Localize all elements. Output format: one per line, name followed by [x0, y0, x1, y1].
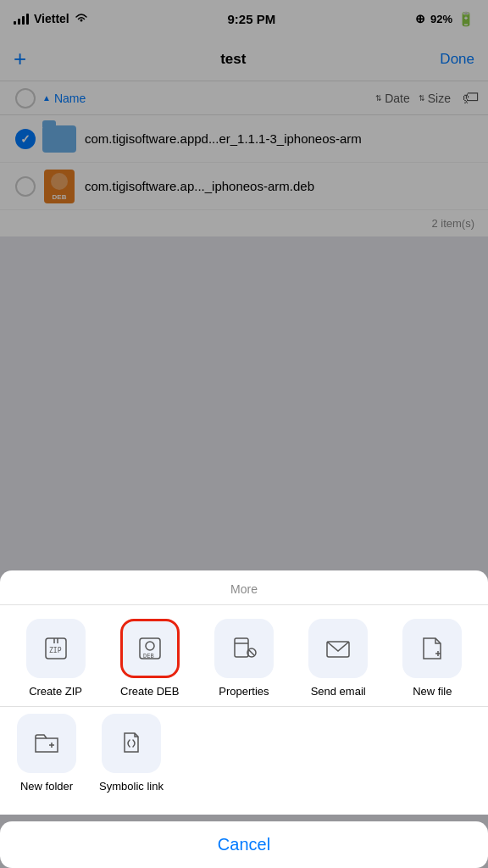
cancel-sheet: Cancel — [0, 821, 488, 868]
send-email-icon-box — [308, 619, 368, 678]
properties-icon-box — [214, 619, 274, 678]
send-email-label: Send email — [311, 685, 366, 699]
svg-text:ZIP: ZIP — [49, 647, 62, 654]
symbolic-link-label: Symbolic link — [99, 780, 164, 794]
action-symbolic-link[interactable]: Symbolic link — [93, 714, 169, 794]
action-send-email[interactable]: Send email — [300, 619, 376, 699]
action-new-file[interactable]: New file — [394, 619, 470, 699]
bottom-sheet: More ZIP Create ZIP — [0, 570, 488, 868]
sheet-main: More ZIP Create ZIP — [0, 570, 488, 815]
action-properties[interactable]: Properties — [206, 619, 282, 699]
svg-rect-7 — [235, 638, 248, 657]
svg-text:DEB: DEB — [143, 653, 154, 659]
svg-point-5 — [146, 642, 154, 650]
sheet-header: More — [0, 570, 488, 605]
svg-line-9 — [249, 650, 254, 655]
cancel-button[interactable]: Cancel — [0, 821, 488, 868]
sheet-actions-row1: ZIP Create ZIP DEB Create DEB — [0, 605, 488, 706]
create-zip-icon-box: ZIP — [26, 619, 86, 678]
symbolic-link-icon-box — [102, 714, 161, 773]
new-file-icon-box — [402, 619, 462, 678]
create-deb-icon-box: DEB — [120, 619, 180, 678]
create-deb-label: Create DEB — [120, 685, 179, 699]
create-zip-label: Create ZIP — [29, 685, 82, 699]
action-create-deb[interactable]: DEB Create DEB — [112, 619, 188, 699]
new-file-label: New file — [413, 685, 452, 699]
new-folder-label: New folder — [20, 780, 73, 794]
sheet-actions-row2: New folder Symbolic link — [0, 707, 488, 808]
action-new-folder[interactable]: New folder — [8, 714, 85, 794]
new-folder-icon-box — [17, 714, 76, 773]
action-create-zip[interactable]: ZIP Create ZIP — [18, 619, 94, 699]
properties-label: Properties — [219, 685, 269, 699]
